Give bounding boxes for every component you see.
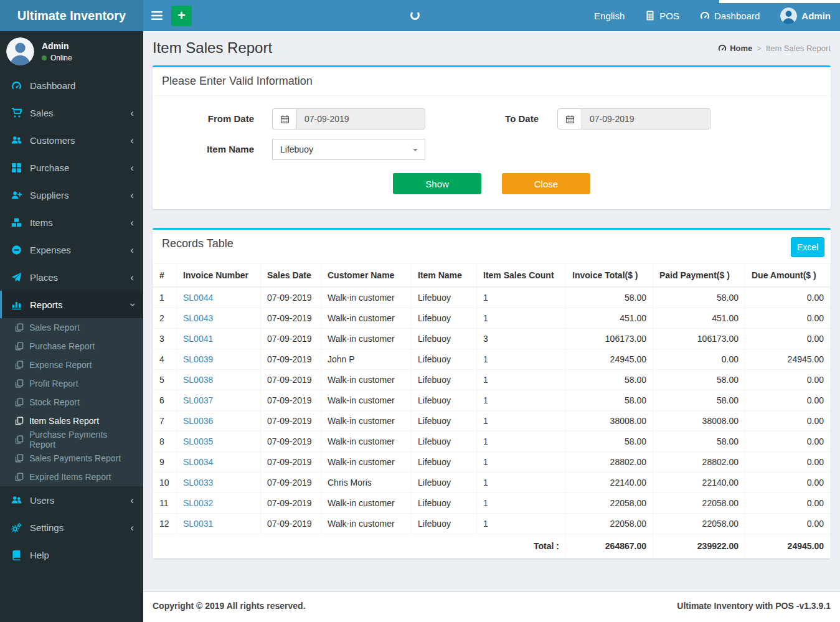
- sidebar-item-help[interactable]: Help: [0, 541, 143, 568]
- invoice-link[interactable]: SL0036: [183, 416, 213, 426]
- sidebar-item-reports[interactable]: Reports‹: [0, 291, 143, 318]
- chevron-left-icon: ‹: [130, 108, 134, 118]
- sidebar-subitem-sales-report[interactable]: Sales Report: [0, 318, 143, 337]
- calendar-icon[interactable]: [272, 108, 297, 130]
- invoice-link[interactable]: SL0031: [183, 519, 213, 529]
- sidebar-item-settings[interactable]: Settings‹: [0, 514, 143, 541]
- to-date-input[interactable]: [582, 108, 710, 130]
- show-button[interactable]: Show: [393, 173, 481, 194]
- column-header-sales-date: Sales Date: [261, 264, 321, 288]
- close-button[interactable]: Close: [502, 173, 590, 194]
- breadcrumb-home[interactable]: Home: [718, 44, 752, 53]
- table-cell: Chris Moris: [321, 473, 412, 493]
- total-invoice: 264867.00: [566, 534, 653, 558]
- sidebar-item-expenses[interactable]: Expenses‹: [0, 236, 143, 263]
- sidebar-subitem-purchase-report[interactable]: Purchase Report: [0, 337, 143, 356]
- row-index: 4: [153, 349, 177, 370]
- sidebar-item-items[interactable]: Items‹: [0, 209, 143, 236]
- nav-language[interactable]: English: [594, 11, 625, 21]
- add-button[interactable]: +: [171, 6, 192, 26]
- users-icon: [11, 135, 24, 146]
- table-cell: 07-09-2019: [261, 390, 321, 411]
- table-cell: 58.00: [653, 370, 745, 390]
- table-cell: 07-09-2019: [261, 473, 321, 493]
- sidebar-subitem-expense-report[interactable]: Expense Report: [0, 356, 143, 374]
- calendar-icon[interactable]: [557, 108, 582, 130]
- table-cell: Lifebuoy: [412, 287, 477, 308]
- user-status-label: Online: [50, 54, 72, 62]
- table-cell: 1: [477, 452, 566, 473]
- table-row: 6SL003707-09-2019Walk-in customerLifebuo…: [153, 390, 831, 411]
- table-cell: 1: [477, 493, 566, 514]
- invoice-link[interactable]: SL0032: [183, 498, 213, 508]
- sidebar-item-purchase[interactable]: Purchase‹: [0, 154, 143, 181]
- nav-dashboard[interactable]: Dashboard: [700, 11, 760, 21]
- invoice-link[interactable]: SL0041: [183, 334, 213, 344]
- from-date-input[interactable]: [297, 108, 425, 130]
- invoice-link[interactable]: SL0044: [183, 293, 213, 303]
- sidebar-item-sales[interactable]: Sales‹: [0, 99, 143, 126]
- invoice-link[interactable]: SL0034: [183, 457, 213, 467]
- table-cell: Walk-in customer: [321, 390, 412, 411]
- chevron-down-icon: ‹: [127, 303, 138, 306]
- invoice-cell: SL0039: [177, 349, 261, 370]
- cubes-icon: [11, 217, 24, 228]
- sidebar-subitem-purchase-payments-report[interactable]: Purchase Payments Report: [0, 430, 143, 449]
- invoice-link[interactable]: SL0039: [183, 354, 213, 364]
- nav-pos[interactable]: POS: [645, 11, 679, 21]
- invoice-link[interactable]: SL0043: [183, 313, 213, 323]
- column-header-paid-payment-: Paid Payment($ ): [653, 264, 745, 288]
- table-cell: 1: [477, 308, 566, 329]
- sidebar-subitem-stock-report[interactable]: Stock Report: [0, 393, 143, 412]
- minus-circle-icon: [11, 245, 24, 255]
- table-cell: John P: [321, 349, 412, 370]
- table-cell: Walk-in customer: [321, 493, 412, 514]
- user-status[interactable]: Online: [42, 54, 72, 62]
- online-dot-icon: [42, 55, 47, 60]
- invoice-link[interactable]: SL0037: [183, 395, 213, 405]
- row-index: 8: [153, 431, 177, 452]
- table-cell: 07-09-2019: [261, 411, 321, 431]
- invoice-link[interactable]: SL0038: [183, 375, 213, 385]
- invoice-link[interactable]: SL0033: [183, 478, 213, 488]
- sidebar-subitem-item-sales-report[interactable]: Item Sales Report: [0, 412, 143, 430]
- nav-user[interactable]: Admin: [780, 7, 831, 24]
- sidebar-menu: DashboardSales‹Customers‹Purchase‹Suppli…: [0, 72, 143, 568]
- table-cell: 07-09-2019: [261, 370, 321, 390]
- paper-plane-icon: [11, 272, 24, 283]
- copy-icon: [15, 454, 24, 463]
- sidebar-item-suppliers[interactable]: Suppliers‹: [0, 181, 143, 209]
- table-cell: 0.00: [745, 370, 831, 390]
- app-logo[interactable]: Ultimate Inventory: [0, 0, 143, 31]
- sidebar-subitem-profit-report[interactable]: Profit Report: [0, 374, 143, 393]
- invoice-link[interactable]: SL0035: [183, 436, 213, 446]
- table-cell: 0.00: [745, 431, 831, 452]
- invoice-cell: SL0035: [177, 431, 261, 452]
- sidebar-subitem-expired-items-report[interactable]: Expired Items Report: [0, 468, 143, 486]
- table-cell: 22058.00: [653, 493, 745, 514]
- column-header-item-sales-count: Item Sales Count: [477, 264, 566, 288]
- sidebar-item-users[interactable]: Users‹: [0, 486, 143, 514]
- item-name-select[interactable]: Lifebuoy: [272, 139, 425, 160]
- chevron-left-icon: ‹: [130, 245, 134, 255]
- table-cell: Walk-in customer: [321, 411, 412, 431]
- top-navbar: + English POS Dashboard Admin: [143, 0, 840, 31]
- table-cell: 0.00: [745, 308, 831, 329]
- table-cell: Lifebuoy: [412, 473, 477, 493]
- sidebar-subitem-sales-payments-report[interactable]: Sales Payments Report: [0, 449, 143, 468]
- table-total-row: Total : 264867.00 239922.00 24945.00: [153, 534, 831, 558]
- table-cell: Walk-in customer: [321, 329, 412, 349]
- excel-button[interactable]: Excel: [791, 237, 824, 257]
- invoice-cell: SL0037: [177, 390, 261, 411]
- row-index: 11: [153, 493, 177, 514]
- row-index: 9: [153, 452, 177, 473]
- records-title: Records Table: [162, 237, 234, 250]
- sidebar-item-dashboard[interactable]: Dashboard: [0, 72, 143, 99]
- sidebar-item-customers[interactable]: Customers‹: [0, 126, 143, 154]
- sidebar-toggle-icon[interactable]: [151, 11, 163, 20]
- copy-icon: [15, 379, 24, 388]
- item-name-value: Lifebuoy: [280, 144, 313, 154]
- sidebar-item-places[interactable]: Places‹: [0, 263, 143, 291]
- table-cell: 106173.00: [566, 329, 653, 349]
- chevron-left-icon: ‹: [130, 163, 134, 173]
